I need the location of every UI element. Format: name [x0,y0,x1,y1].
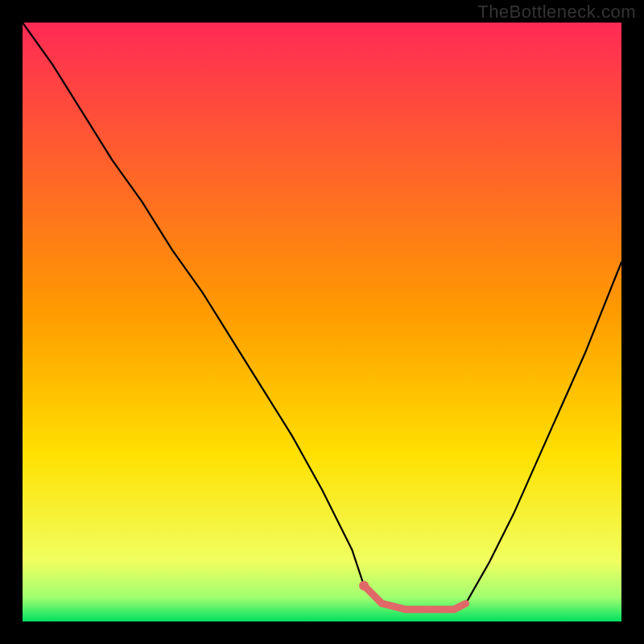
chart-frame: TheBottleneck.com [0,0,644,644]
optimal-band-start-marker [359,580,369,590]
plot-area [23,23,621,621]
watermark-text: TheBottleneck.com [477,2,636,23]
plot-svg [23,23,621,621]
gradient-background [23,23,621,621]
